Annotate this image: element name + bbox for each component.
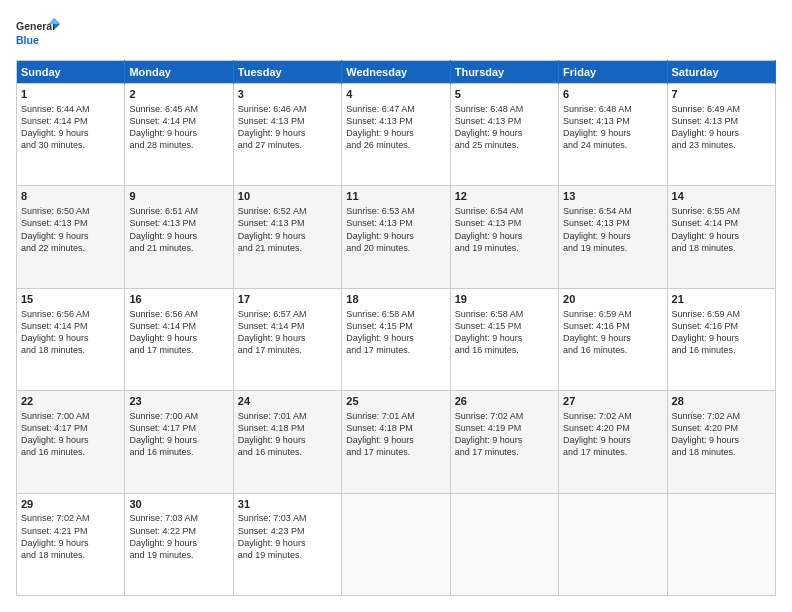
- day-info: Sunrise: 7:03 AM Sunset: 4:22 PM Dayligh…: [129, 513, 198, 559]
- day-info: Sunrise: 7:00 AM Sunset: 4:17 PM Dayligh…: [21, 411, 90, 457]
- calendar-table: SundayMondayTuesdayWednesdayThursdayFrid…: [16, 60, 776, 596]
- day-number: 19: [455, 292, 554, 307]
- general-blue-logo: General Blue: [16, 16, 76, 52]
- day-number: 12: [455, 189, 554, 204]
- week-row-4: 22Sunrise: 7:00 AM Sunset: 4:17 PM Dayli…: [17, 391, 776, 493]
- day-number: 2: [129, 87, 228, 102]
- day-number: 26: [455, 394, 554, 409]
- day-info: Sunrise: 6:54 AM Sunset: 4:13 PM Dayligh…: [455, 206, 524, 252]
- day-number: 29: [21, 497, 120, 512]
- day-number: 10: [238, 189, 337, 204]
- day-info: Sunrise: 6:49 AM Sunset: 4:13 PM Dayligh…: [672, 104, 741, 150]
- header: General Blue: [16, 16, 776, 52]
- day-info: Sunrise: 7:00 AM Sunset: 4:17 PM Dayligh…: [129, 411, 198, 457]
- calendar-cell: 22Sunrise: 7:00 AM Sunset: 4:17 PM Dayli…: [17, 391, 125, 493]
- day-info: Sunrise: 6:48 AM Sunset: 4:13 PM Dayligh…: [563, 104, 632, 150]
- logo: General Blue: [16, 16, 76, 52]
- weekday-header-saturday: Saturday: [667, 61, 775, 84]
- calendar-cell: 20Sunrise: 6:59 AM Sunset: 4:16 PM Dayli…: [559, 288, 667, 390]
- calendar-cell: 21Sunrise: 6:59 AM Sunset: 4:16 PM Dayli…: [667, 288, 775, 390]
- day-info: Sunrise: 6:47 AM Sunset: 4:13 PM Dayligh…: [346, 104, 415, 150]
- day-info: Sunrise: 6:59 AM Sunset: 4:16 PM Dayligh…: [672, 309, 741, 355]
- day-number: 30: [129, 497, 228, 512]
- weekday-header-sunday: Sunday: [17, 61, 125, 84]
- day-number: 20: [563, 292, 662, 307]
- day-info: Sunrise: 6:54 AM Sunset: 4:13 PM Dayligh…: [563, 206, 632, 252]
- calendar-cell: 9Sunrise: 6:51 AM Sunset: 4:13 PM Daylig…: [125, 186, 233, 288]
- week-row-1: 1Sunrise: 6:44 AM Sunset: 4:14 PM Daylig…: [17, 84, 776, 186]
- calendar-cell: 18Sunrise: 6:58 AM Sunset: 4:15 PM Dayli…: [342, 288, 450, 390]
- weekday-header-monday: Monday: [125, 61, 233, 84]
- calendar-cell: 25Sunrise: 7:01 AM Sunset: 4:18 PM Dayli…: [342, 391, 450, 493]
- calendar-cell: 30Sunrise: 7:03 AM Sunset: 4:22 PM Dayli…: [125, 493, 233, 595]
- day-number: 18: [346, 292, 445, 307]
- calendar-cell: [667, 493, 775, 595]
- day-number: 9: [129, 189, 228, 204]
- calendar-cell: 29Sunrise: 7:02 AM Sunset: 4:21 PM Dayli…: [17, 493, 125, 595]
- day-number: 11: [346, 189, 445, 204]
- calendar-cell: 13Sunrise: 6:54 AM Sunset: 4:13 PM Dayli…: [559, 186, 667, 288]
- week-row-2: 8Sunrise: 6:50 AM Sunset: 4:13 PM Daylig…: [17, 186, 776, 288]
- calendar-cell: 7Sunrise: 6:49 AM Sunset: 4:13 PM Daylig…: [667, 84, 775, 186]
- day-info: Sunrise: 6:56 AM Sunset: 4:14 PM Dayligh…: [21, 309, 90, 355]
- day-number: 22: [21, 394, 120, 409]
- calendar-cell: [342, 493, 450, 595]
- day-number: 27: [563, 394, 662, 409]
- day-number: 17: [238, 292, 337, 307]
- day-number: 21: [672, 292, 771, 307]
- day-number: 4: [346, 87, 445, 102]
- day-info: Sunrise: 6:45 AM Sunset: 4:14 PM Dayligh…: [129, 104, 198, 150]
- day-info: Sunrise: 7:01 AM Sunset: 4:18 PM Dayligh…: [346, 411, 415, 457]
- day-info: Sunrise: 7:02 AM Sunset: 4:20 PM Dayligh…: [672, 411, 741, 457]
- calendar-cell: 2Sunrise: 6:45 AM Sunset: 4:14 PM Daylig…: [125, 84, 233, 186]
- weekday-header-wednesday: Wednesday: [342, 61, 450, 84]
- day-info: Sunrise: 6:55 AM Sunset: 4:14 PM Dayligh…: [672, 206, 741, 252]
- day-info: Sunrise: 7:02 AM Sunset: 4:21 PM Dayligh…: [21, 513, 90, 559]
- calendar-cell: [450, 493, 558, 595]
- weekday-header-row: SundayMondayTuesdayWednesdayThursdayFrid…: [17, 61, 776, 84]
- calendar-cell: 28Sunrise: 7:02 AM Sunset: 4:20 PM Dayli…: [667, 391, 775, 493]
- day-number: 15: [21, 292, 120, 307]
- day-info: Sunrise: 7:02 AM Sunset: 4:20 PM Dayligh…: [563, 411, 632, 457]
- day-number: 6: [563, 87, 662, 102]
- day-number: 25: [346, 394, 445, 409]
- calendar-cell: 12Sunrise: 6:54 AM Sunset: 4:13 PM Dayli…: [450, 186, 558, 288]
- calendar-cell: 5Sunrise: 6:48 AM Sunset: 4:13 PM Daylig…: [450, 84, 558, 186]
- calendar-cell: 10Sunrise: 6:52 AM Sunset: 4:13 PM Dayli…: [233, 186, 341, 288]
- calendar-cell: 3Sunrise: 6:46 AM Sunset: 4:13 PM Daylig…: [233, 84, 341, 186]
- day-number: 16: [129, 292, 228, 307]
- svg-text:General: General: [16, 20, 55, 32]
- day-info: Sunrise: 6:58 AM Sunset: 4:15 PM Dayligh…: [455, 309, 524, 355]
- day-info: Sunrise: 6:48 AM Sunset: 4:13 PM Dayligh…: [455, 104, 524, 150]
- day-number: 13: [563, 189, 662, 204]
- day-info: Sunrise: 6:50 AM Sunset: 4:13 PM Dayligh…: [21, 206, 90, 252]
- day-info: Sunrise: 7:02 AM Sunset: 4:19 PM Dayligh…: [455, 411, 524, 457]
- calendar-cell: 11Sunrise: 6:53 AM Sunset: 4:13 PM Dayli…: [342, 186, 450, 288]
- day-info: Sunrise: 6:52 AM Sunset: 4:13 PM Dayligh…: [238, 206, 307, 252]
- weekday-header-thursday: Thursday: [450, 61, 558, 84]
- calendar-cell: 8Sunrise: 6:50 AM Sunset: 4:13 PM Daylig…: [17, 186, 125, 288]
- day-info: Sunrise: 7:01 AM Sunset: 4:18 PM Dayligh…: [238, 411, 307, 457]
- day-info: Sunrise: 6:46 AM Sunset: 4:13 PM Dayligh…: [238, 104, 307, 150]
- week-row-3: 15Sunrise: 6:56 AM Sunset: 4:14 PM Dayli…: [17, 288, 776, 390]
- day-number: 3: [238, 87, 337, 102]
- day-info: Sunrise: 6:44 AM Sunset: 4:14 PM Dayligh…: [21, 104, 90, 150]
- day-number: 14: [672, 189, 771, 204]
- day-info: Sunrise: 7:03 AM Sunset: 4:23 PM Dayligh…: [238, 513, 307, 559]
- calendar-cell: 17Sunrise: 6:57 AM Sunset: 4:14 PM Dayli…: [233, 288, 341, 390]
- calendar-cell: 6Sunrise: 6:48 AM Sunset: 4:13 PM Daylig…: [559, 84, 667, 186]
- page: General Blue SundayMondayTuesdayWednesda…: [0, 0, 792, 612]
- day-number: 28: [672, 394, 771, 409]
- calendar-cell: 1Sunrise: 6:44 AM Sunset: 4:14 PM Daylig…: [17, 84, 125, 186]
- calendar-cell: 23Sunrise: 7:00 AM Sunset: 4:17 PM Dayli…: [125, 391, 233, 493]
- calendar-cell: 31Sunrise: 7:03 AM Sunset: 4:23 PM Dayli…: [233, 493, 341, 595]
- day-info: Sunrise: 6:59 AM Sunset: 4:16 PM Dayligh…: [563, 309, 632, 355]
- day-number: 1: [21, 87, 120, 102]
- calendar-cell: 27Sunrise: 7:02 AM Sunset: 4:20 PM Dayli…: [559, 391, 667, 493]
- day-info: Sunrise: 6:57 AM Sunset: 4:14 PM Dayligh…: [238, 309, 307, 355]
- svg-text:Blue: Blue: [16, 34, 39, 46]
- day-number: 31: [238, 497, 337, 512]
- day-info: Sunrise: 6:56 AM Sunset: 4:14 PM Dayligh…: [129, 309, 198, 355]
- calendar-cell: 26Sunrise: 7:02 AM Sunset: 4:19 PM Dayli…: [450, 391, 558, 493]
- day-info: Sunrise: 6:51 AM Sunset: 4:13 PM Dayligh…: [129, 206, 198, 252]
